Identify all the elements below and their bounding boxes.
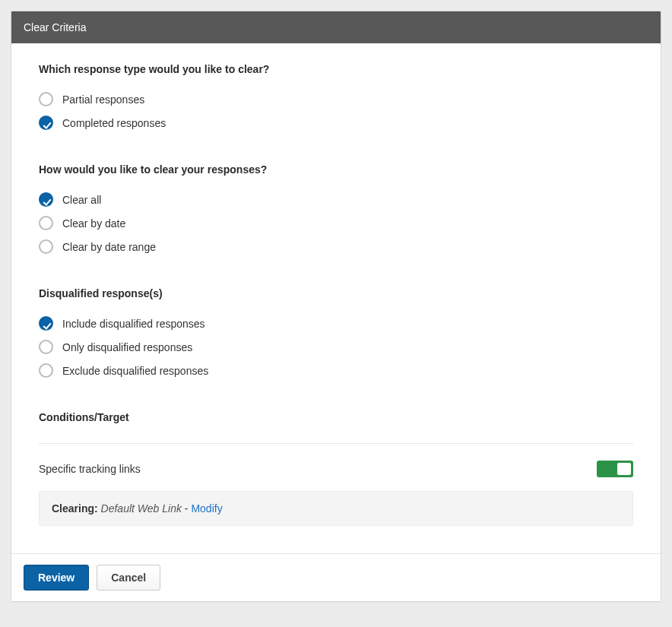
clearing-label: Clearing: <box>52 502 98 515</box>
clearing-summary-box: Clearing: Default Web Link - Modify <box>39 491 633 526</box>
radio-icon <box>39 340 53 354</box>
radio-clear-by-date-range[interactable]: Clear by date range <box>39 239 633 254</box>
radio-clear-by-date[interactable]: Clear by date <box>39 216 633 230</box>
dialog-title: Clear Criteria <box>24 21 86 33</box>
dialog-footer: Review Cancel <box>11 553 661 601</box>
radio-completed-responses[interactable]: Completed responses <box>39 116 633 130</box>
radio-label: Partial responses <box>62 93 144 106</box>
radio-icon <box>39 116 53 130</box>
radio-clear-all[interactable]: Clear all <box>39 192 633 207</box>
disqualified-question: Disqualified response(s) <box>39 287 633 299</box>
response-type-question: Which response type would you like to cl… <box>39 63 633 75</box>
tracking-links-label: Specific tracking links <box>39 463 141 475</box>
tracking-links-toggle[interactable] <box>597 461 633 477</box>
conditions-block: Conditions/Target Specific tracking link… <box>39 411 633 526</box>
response-type-block: Which response type would you like to cl… <box>39 63 633 130</box>
radio-icon <box>39 363 53 378</box>
clear-method-question: How would you like to clear your respons… <box>39 163 633 176</box>
toggle-knob <box>617 463 631 475</box>
dialog-header: Clear Criteria <box>11 11 661 43</box>
radio-icon <box>39 92 53 106</box>
radio-icon <box>39 192 53 207</box>
radio-exclude-disqualified[interactable]: Exclude disqualified responses <box>39 363 633 378</box>
radio-icon <box>39 316 53 331</box>
radio-include-disqualified[interactable]: Include disqualified responses <box>39 316 633 331</box>
dialog-body: Which response type would you like to cl… <box>11 43 661 553</box>
clearing-link-name: Default Web Link <box>101 502 182 515</box>
modify-link[interactable]: Modify <box>191 502 222 515</box>
radio-partial-responses[interactable]: Partial responses <box>39 92 633 106</box>
divider <box>39 443 633 444</box>
radio-label: Clear all <box>62 194 101 206</box>
radio-icon <box>39 239 53 254</box>
radio-label: Clear by date <box>62 217 125 230</box>
radio-icon <box>39 216 53 230</box>
disqualified-block: Disqualified response(s) Include disqual… <box>39 287 633 378</box>
clear-method-block: How would you like to clear your respons… <box>39 163 633 254</box>
radio-only-disqualified[interactable]: Only disqualified responses <box>39 340 633 354</box>
cancel-button[interactable]: Cancel <box>97 565 160 591</box>
radio-label: Completed responses <box>62 117 166 129</box>
radio-label: Only disqualified responses <box>62 341 192 353</box>
radio-label: Include disqualified responses <box>62 318 205 330</box>
radio-label: Exclude disqualified responses <box>62 365 208 377</box>
radio-label: Clear by date range <box>62 241 156 253</box>
conditions-heading: Conditions/Target <box>39 411 633 423</box>
clear-criteria-dialog: Clear Criteria Which response type would… <box>11 11 661 602</box>
review-button[interactable]: Review <box>24 565 89 591</box>
tracking-links-row: Specific tracking links <box>39 461 633 477</box>
